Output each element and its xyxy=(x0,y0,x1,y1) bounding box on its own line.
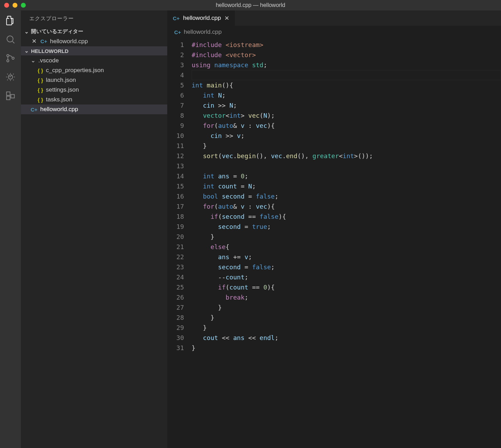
code-line[interactable]: #include <vector> xyxy=(192,50,501,60)
file-label: c_cpp_properties.json xyxy=(46,67,104,74)
close-tab-icon[interactable]: ✕ xyxy=(224,15,229,22)
code-line[interactable] xyxy=(192,161,501,171)
line-number: 10 xyxy=(167,131,184,141)
line-number: 29 xyxy=(167,323,184,333)
code-line[interactable]: ans += v; xyxy=(192,252,501,262)
json-file-icon: { } xyxy=(38,68,43,74)
folder-name: HELLOWORLD xyxy=(31,48,68,54)
tab-label: helloworld.cpp xyxy=(183,15,221,22)
code-line[interactable]: cin >> N; xyxy=(192,100,501,110)
line-number: 16 xyxy=(167,191,184,201)
search-icon[interactable] xyxy=(5,34,16,45)
open-editors-label: 開いているエディター xyxy=(31,28,83,35)
code-line[interactable]: using namespace std; xyxy=(192,60,501,70)
line-number: 7 xyxy=(167,100,184,110)
extensions-icon[interactable] xyxy=(5,91,16,101)
line-number: 17 xyxy=(167,201,184,211)
code-line[interactable]: } xyxy=(192,302,501,312)
svg-rect-5 xyxy=(7,92,10,95)
code-line[interactable]: int N; xyxy=(192,90,501,100)
code-line[interactable]: for(auto& v : vec){ xyxy=(192,121,501,131)
svg-point-3 xyxy=(12,57,14,59)
close-window-button[interactable] xyxy=(4,3,9,8)
line-number: 24 xyxy=(167,272,184,282)
code-line[interactable]: cin >> v; xyxy=(192,131,501,141)
source-control-icon[interactable] xyxy=(5,53,16,63)
editor-tab[interactable]: C+ helloworld.cpp ✕ xyxy=(167,10,235,26)
line-number: 2 xyxy=(167,50,184,60)
code-line[interactable]: int main(){ xyxy=(192,80,501,90)
code-line[interactable]: int ans = 0; xyxy=(192,171,501,181)
line-number: 25 xyxy=(167,282,184,292)
file-label: helloworld.cpp xyxy=(40,106,78,113)
tab-bar: C+ helloworld.cpp ✕ xyxy=(167,10,501,26)
file-row-json[interactable]: { }tasks.json xyxy=(21,95,167,105)
minimize-window-button[interactable] xyxy=(13,3,17,8)
line-number: 30 xyxy=(167,333,184,343)
line-number: 23 xyxy=(167,262,184,272)
code-line[interactable]: vector<int> vec(N); xyxy=(192,110,501,121)
code-line[interactable]: } xyxy=(192,312,501,323)
code-editor[interactable]: 1234567891011121314151617181920212223242… xyxy=(167,38,501,353)
code-line[interactable]: } xyxy=(192,232,501,242)
code-line[interactable]: if(second == false){ xyxy=(192,211,501,222)
file-row-cpp[interactable]: C+ helloworld.cpp xyxy=(21,105,167,114)
file-row-json[interactable]: { }launch.json xyxy=(21,75,167,85)
line-number: 22 xyxy=(167,252,184,262)
code-line[interactable]: int count = N; xyxy=(192,181,501,191)
editor-area: C+ helloworld.cpp ✕ C+ helloworld.cpp 12… xyxy=(167,10,501,448)
open-editors-header[interactable]: ⌄ 開いているエディター xyxy=(21,27,167,36)
code-lines[interactable]: #include <iostream>#include <vector>usin… xyxy=(192,40,501,353)
code-line[interactable]: second = false; xyxy=(192,262,501,272)
line-number: 1 xyxy=(167,40,184,50)
window-controls xyxy=(4,3,26,8)
code-line[interactable]: } xyxy=(192,141,501,151)
svg-point-4 xyxy=(8,75,13,79)
code-line[interactable]: if(count == 0){ xyxy=(192,282,501,292)
code-line[interactable]: --count; xyxy=(192,272,501,282)
line-number: 21 xyxy=(167,242,184,252)
breadcrumb[interactable]: C+ helloworld.cpp xyxy=(167,26,501,38)
open-editor-item[interactable]: ✕ C+ helloworld.cpp xyxy=(21,36,167,46)
code-line[interactable]: } xyxy=(192,323,501,333)
code-line[interactable]: #include <iostream> xyxy=(192,40,501,50)
file-row-json[interactable]: { }c_cpp_properties.json xyxy=(21,65,167,75)
code-line[interactable]: second = true; xyxy=(192,222,501,232)
cpp-file-icon: C+ xyxy=(40,38,47,44)
file-row-json[interactable]: { }settings.json xyxy=(21,85,167,95)
line-number: 26 xyxy=(167,292,184,302)
line-number: 14 xyxy=(167,171,184,181)
vscode-folder-row[interactable]: ⌄ .vscode xyxy=(21,55,167,65)
cpp-file-icon: C+ xyxy=(31,107,38,113)
line-number: 3 xyxy=(167,60,184,70)
code-line[interactable]: bool second = false; xyxy=(192,191,501,201)
code-line[interactable]: cout << ans << endl; xyxy=(192,333,501,343)
explorer-icon[interactable] xyxy=(5,15,16,26)
file-label: tasks.json xyxy=(46,96,72,103)
chevron-down-icon: ⌄ xyxy=(24,48,29,54)
folder-header[interactable]: ⌄ HELLOWORLD xyxy=(21,46,167,55)
code-line[interactable] xyxy=(192,70,501,80)
line-number: 5 xyxy=(167,80,184,90)
code-line[interactable]: for(auto& v : vec){ xyxy=(192,201,501,211)
maximize-window-button[interactable] xyxy=(21,3,26,8)
line-number: 8 xyxy=(167,110,184,121)
debug-icon[interactable] xyxy=(5,72,16,82)
sidebar-explorer: エクスプローラー ⌄ 開いているエディター ✕ C+ helloworld.cp… xyxy=(21,10,167,448)
file-label: settings.json xyxy=(46,86,79,93)
line-number: 9 xyxy=(167,121,184,131)
title-bar: helloworld.cpp — helloworld xyxy=(0,0,501,10)
svg-point-0 xyxy=(7,36,13,42)
line-number: 15 xyxy=(167,181,184,191)
chevron-down-icon: ⌄ xyxy=(24,29,29,35)
svg-rect-6 xyxy=(7,96,10,100)
code-line[interactable]: } xyxy=(192,343,501,353)
vscode-folder-label: .vscode xyxy=(38,57,59,64)
line-number: 19 xyxy=(167,222,184,232)
close-icon[interactable]: ✕ xyxy=(31,38,38,45)
line-number: 6 xyxy=(167,90,184,100)
code-line[interactable]: break; xyxy=(192,292,501,302)
code-line[interactable]: else{ xyxy=(192,242,501,252)
line-number: 12 xyxy=(167,151,184,161)
code-line[interactable]: sort(vec.begin(), vec.end(), greater<int… xyxy=(192,151,501,161)
